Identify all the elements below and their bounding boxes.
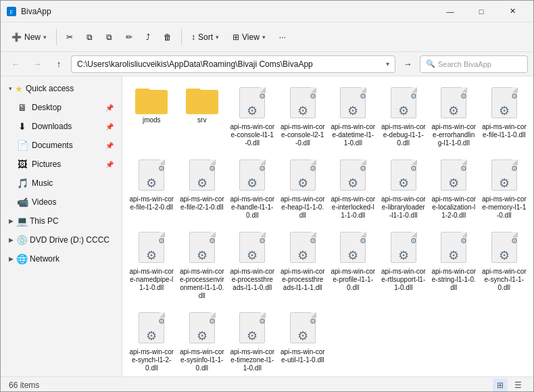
copy-button[interactable]: ⧉ (81, 26, 98, 48)
gear-small-icon: ⚙ (259, 237, 266, 245)
file-label: api-ms-win-core-debug-l1-1-0.dll (381, 123, 427, 147)
item-count: 66 items (9, 381, 39, 390)
address-bar: ← → ↑ C:\Users\karolisliucveikis\AppData… (1, 52, 533, 76)
list-view-button[interactable]: ☰ (510, 378, 525, 392)
delete-button[interactable]: 🗑 (158, 26, 177, 48)
dll-icon-container: ⚙ ⚙ (137, 311, 166, 346)
file-item[interactable]: ⚙ ⚙ api-ms-win-core-synch-l1-2-0.dll (128, 307, 176, 376)
file-item[interactable]: ⚙ ⚙ api-ms-win-core-rtlsupport-l1-1-0.dl… (380, 226, 428, 304)
file-label: api-ms-win-core-interlocked-l1-1-0.dll (331, 195, 376, 220)
file-item[interactable]: ⚙ ⚙ api-ms-win-core-profile-l1-1-0.dll (329, 226, 377, 304)
file-label: api-ms-win-core-profile-l1-1-0.dll (331, 268, 376, 292)
file-item[interactable]: ⚙ ⚙ api-ms-win-core-console-l1-1-0.dll (228, 82, 276, 151)
dll-icon-container: ⚙ ⚙ (489, 86, 519, 121)
file-item[interactable]: srv (178, 82, 226, 151)
copy-icon: ⧉ (87, 32, 93, 42)
this-pc-label: This PC (30, 216, 59, 226)
file-item[interactable]: ⚙ ⚙ api-ms-win-core-handle-l1-1-0.dll (228, 154, 276, 224)
gear-icon: ⚙ (398, 105, 409, 117)
share-button[interactable]: ⤴ (141, 26, 155, 48)
file-item[interactable]: ⚙ ⚙ api-ms-win-core-string-l1-1-0.dll (430, 226, 478, 304)
sidebar-item-desktop[interactable]: 🖥 Desktop 📌 (3, 98, 119, 117)
forward-nav-button[interactable]: → (28, 55, 47, 74)
file-label: api-ms-win-core-rtlsupport-l1-1-0.dll (381, 268, 427, 292)
file-item[interactable]: ⚙ ⚙ api-ms-win-core-processthreads-l1-1-… (279, 226, 327, 304)
file-item[interactable]: ⚙ ⚙ api-ms-win-core-heap-l1-1-0.dll (279, 154, 327, 224)
cut-button[interactable]: ✂ (61, 26, 78, 48)
gear-icon: ⚙ (347, 177, 358, 189)
gear-small-icon: ⚙ (460, 93, 467, 100)
quick-access-header[interactable]: ▾ ★ Quick access (3, 79, 119, 98)
sidebar-item-videos[interactable]: 📹 Videos (3, 193, 119, 212)
quick-access-star-icon: ★ (15, 84, 23, 94)
more-button[interactable]: ··· (274, 26, 291, 48)
sidebar-item-music[interactable]: 🎵 Music (3, 174, 119, 193)
file-item[interactable]: ⚙ ⚙ api-ms-win-core-memory-l1-1-0.dll (481, 154, 529, 224)
quick-access-label: Quick access (26, 84, 74, 93)
up-button[interactable]: ↑ (49, 55, 68, 74)
sidebar-item-documents[interactable]: 📄 Documents 📌 (3, 136, 119, 155)
file-item[interactable]: ⚙ ⚙ api-ms-win-core-file-l1-2-0.dll (128, 154, 176, 224)
gear-small-icon: ⚙ (158, 318, 165, 325)
file-item[interactable]: ⚙ ⚙ api-ms-win-core-debug-l1-1-0.dll (380, 82, 428, 151)
sidebar-item-downloads[interactable]: ⬇ Downloads 📌 (3, 117, 119, 136)
file-item[interactable]: ⚙ ⚙ api-ms-win-core-synch-l1-1-0.dll (481, 226, 529, 304)
gear-small-icon: ⚙ (209, 237, 216, 245)
status-bar: 66 items ⊞ ☰ (1, 376, 533, 392)
gear-icon: ⚙ (297, 249, 308, 262)
this-pc-header[interactable]: ▶ 💻 This PC (3, 212, 119, 230)
minimize-button[interactable]: — (435, 1, 466, 22)
search-box[interactable]: 🔍 Search BivaApp (420, 55, 528, 73)
file-item[interactable]: ⚙ ⚙ api-ms-win-core-datetime-l1-1-0.dll (329, 82, 377, 151)
file-grid: jmods srv ⚙ ⚙ api-ms-win-core-console-l1… (128, 82, 528, 376)
share-icon: ⤴ (146, 32, 150, 42)
address-field[interactable]: C:\Users\karolisliucveikis\AppData\Roami… (71, 55, 395, 73)
file-item[interactable]: ⚙ ⚙ api-ms-win-core-libraryloader-l1-1-0… (380, 154, 428, 224)
close-button[interactable]: ✕ (497, 1, 528, 22)
svg-text:F: F (9, 9, 13, 16)
file-label: api-ms-win-core-namedpipe-l1-1-0.dll (129, 268, 174, 292)
file-item[interactable]: ⚙ ⚙ api-ms-win-core-timezone-l1-1-0.dll (228, 307, 276, 376)
network-header[interactable]: ▶ 🌐 Network (3, 249, 119, 268)
gear-icon: ⚙ (146, 330, 157, 342)
dll-icon-container: ⚙ ⚙ (288, 86, 318, 121)
gear-small-icon: ⚙ (310, 237, 316, 245)
gear-icon: ⚙ (247, 249, 258, 262)
grid-view-button[interactable]: ⊞ (493, 378, 508, 392)
new-button[interactable]: ➕ New ▾ (6, 26, 52, 48)
dvd-drive-header[interactable]: ▶ 💿 DVD Drive (D:) CCCC (3, 230, 119, 249)
rename-button[interactable]: ✏ (120, 26, 138, 48)
file-item[interactable]: ⚙ ⚙ api-ms-win-core-console-l2-1-0.dll (279, 82, 327, 151)
gear-small-icon: ⚙ (410, 165, 417, 172)
file-item[interactable]: ⚙ ⚙ api-ms-win-core-util-l1-1-0.dll (279, 307, 327, 376)
navigate-button[interactable]: → (398, 55, 417, 74)
sort-button[interactable]: ↕ Sort ▾ (186, 26, 224, 48)
view-button[interactable]: ⊞ View ▾ (227, 26, 271, 48)
file-item[interactable]: ⚙ ⚙ api-ms-win-core-processthreads-l1-1-… (228, 226, 276, 304)
address-dropdown-arrow: ▾ (386, 60, 389, 68)
file-label: api-ms-win-core-synch-l1-2-0.dll (129, 348, 174, 372)
file-item[interactable]: ⚙ ⚙ api-ms-win-core-errorhandling-l1-1-0… (430, 82, 478, 151)
gear-icon: ⚙ (247, 105, 258, 117)
gear-small-icon: ⚙ (410, 237, 417, 245)
gear-small-icon: ⚙ (209, 165, 216, 172)
sort-icon: ↕ (191, 32, 195, 42)
file-label: jmods (143, 116, 161, 124)
file-item[interactable]: ⚙ ⚙ api-ms-win-core-interlocked-l1-1-0.d… (329, 154, 377, 224)
file-item[interactable]: ⚙ ⚙ api-ms-win-core-localization-l1-2-0.… (430, 154, 478, 224)
back-button[interactable]: ← (6, 55, 25, 74)
maximize-button[interactable]: □ (466, 1, 497, 22)
file-item[interactable]: ⚙ ⚙ api-ms-win-core-sysinfo-l1-1-0.dll (178, 307, 226, 376)
sidebar-item-pictures[interactable]: 🖼 Pictures 📌 (3, 155, 119, 174)
file-label: api-ms-win-core-processthreads-l1-1-1.dl… (281, 268, 326, 292)
file-item[interactable]: ⚙ ⚙ api-ms-win-core-namedpipe-l1-1-0.dll (128, 226, 176, 304)
file-item[interactable]: ⚙ ⚙ api-ms-win-core-processenvironment-l… (178, 226, 226, 304)
file-item[interactable]: ⚙ ⚙ api-ms-win-core-file-l2-1-0.dll (178, 154, 226, 224)
file-item[interactable]: jmods (128, 82, 176, 151)
gear-icon: ⚙ (247, 177, 258, 189)
file-label: api-ms-win-core-memory-l1-1-0.dll (482, 195, 527, 220)
file-item[interactable]: ⚙ ⚙ api-ms-win-core-file-l1-1-0.dll (481, 82, 529, 151)
documents-icon: 📄 (17, 140, 28, 151)
paste-button[interactable]: ⧉ (101, 26, 118, 48)
file-label: api-ms-win-core-libraryloader-l1-1-0.dll (381, 195, 427, 220)
